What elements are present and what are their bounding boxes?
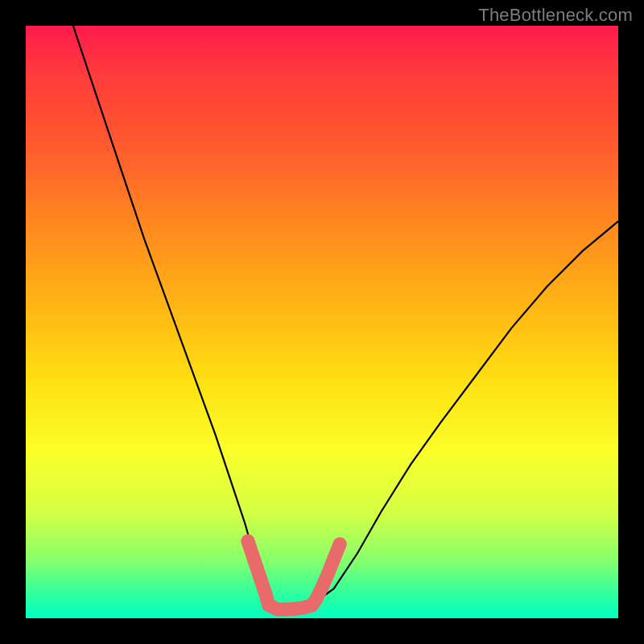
marker-dot: [309, 592, 323, 606]
marker-dot: [242, 535, 255, 548]
watermark-text: TheBottleneck.com: [478, 5, 633, 26]
marker-dot: [333, 538, 347, 551]
marker-dot: [321, 567, 335, 580]
bottleneck-curve: [73, 26, 618, 609]
chart-frame: TheBottleneck.com: [0, 0, 644, 644]
highlight-markers: [242, 535, 347, 617]
chart-svg: [26, 26, 618, 618]
plot-area: [26, 26, 618, 618]
marker-dot: [327, 552, 341, 566]
marker-dot: [247, 552, 261, 566]
marker-dot: [316, 580, 329, 594]
marker-dot: [253, 570, 266, 584]
